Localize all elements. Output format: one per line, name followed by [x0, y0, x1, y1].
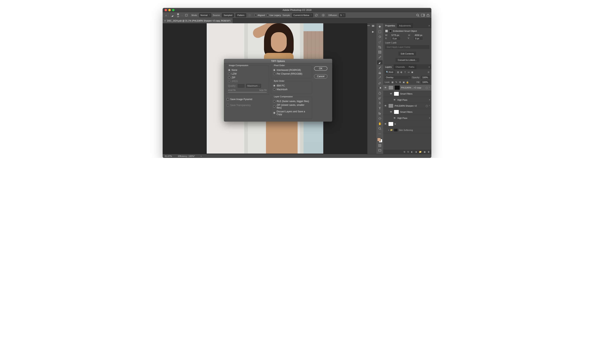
lasso-tool-icon[interactable]: [377, 35, 383, 39]
visibility-toggle-icon[interactable]: 👁: [384, 86, 387, 89]
diffusion-select[interactable]: 5: [339, 13, 345, 17]
history-panel-icon[interactable]: [371, 25, 375, 28]
layer-item[interactable]: ▸ 📁 Skin Softening: [383, 127, 431, 133]
byte-order-ibm-radio[interactable]: IBM PC: [273, 84, 310, 87]
visibility-toggle-icon[interactable]: 👁: [390, 110, 393, 113]
blend-mode-select[interactable]: Overlay: [385, 76, 411, 79]
lock-artboard-icon[interactable]: ▣: [402, 81, 405, 84]
pressure-size-icon[interactable]: [322, 13, 325, 17]
tab-properties[interactable]: Properties: [383, 23, 397, 28]
zoom-level[interactable]: 31.07%: [165, 155, 172, 157]
layer-item[interactable]: 👁 High Pass ≡: [383, 97, 431, 103]
panel-menu-icon[interactable]: ≡: [427, 23, 431, 28]
tab-layers[interactable]: Layers: [383, 65, 394, 69]
layer-compression-zip-radio[interactable]: ZIP (slower saves, smaller files): [273, 104, 310, 109]
layer-style-icon[interactable]: fx: [407, 151, 409, 153]
adjustment-layer-icon[interactable]: ◑: [415, 151, 417, 153]
layer-thumbnail[interactable]: [388, 104, 393, 108]
byte-order-mac-radio[interactable]: Macintosh: [273, 88, 310, 91]
mode-select[interactable]: Normal: [199, 13, 211, 17]
close-window-button[interactable]: [165, 9, 167, 11]
filter-shape-icon[interactable]: ▭: [407, 71, 410, 74]
visibility-toggle-icon[interactable]: 👁: [393, 98, 396, 101]
clone-stamp-tool-icon[interactable]: [377, 70, 383, 75]
move-tool-icon[interactable]: ✥: [377, 25, 383, 29]
visibility-toggle-icon[interactable]: 👁: [384, 104, 387, 107]
pen-tool-icon[interactable]: [377, 101, 383, 105]
edit-toolbar-icon[interactable]: ···: [377, 131, 383, 136]
compression-lzw-radio[interactable]: LZW: [228, 72, 267, 75]
layer-item[interactable]: 👁 High Pass ≡: [383, 115, 431, 121]
path-selection-tool-icon[interactable]: [377, 111, 383, 116]
eraser-tool-icon[interactable]: [377, 81, 383, 85]
layer-comp-select[interactable]: Don't Apply Layer Comp: [385, 45, 429, 49]
close-tab-icon[interactable]: ×: [164, 19, 166, 22]
brush-tool-icon[interactable]: [377, 65, 383, 70]
crop-tool-icon[interactable]: [377, 45, 383, 49]
x-input[interactable]: 0 px: [392, 37, 400, 40]
dodge-tool-icon[interactable]: [377, 96, 383, 100]
search-icon[interactable]: [416, 13, 419, 17]
layer-thumbnail[interactable]: [388, 122, 393, 126]
source-pattern-button[interactable]: Pattern: [236, 13, 246, 17]
tab-channels[interactable]: Channels: [394, 65, 407, 69]
visibility-toggle-icon[interactable]: 👁: [393, 117, 396, 119]
delete-layer-icon[interactable]: 🗑: [428, 151, 430, 153]
lock-pixels-icon[interactable]: ✎: [395, 81, 398, 84]
layer-thumbnail[interactable]: [388, 85, 393, 90]
lock-all-icon[interactable]: 🔒: [406, 81, 409, 84]
source-sampled-button[interactable]: Sampled: [222, 13, 234, 17]
panel-collapse-strip[interactable]: ◀◀: [367, 23, 370, 154]
brush-panel-toggle[interactable]: [185, 13, 188, 17]
healing-brush-tool-icon[interactable]: [377, 60, 383, 65]
quick-mask-icon[interactable]: [377, 143, 383, 148]
visibility-toggle-icon[interactable]: 👁: [390, 92, 393, 95]
layer-compression-discard-radio[interactable]: Discard Layers and Save a Copy: [273, 110, 310, 116]
layer-mask-thumbnail[interactable]: [395, 85, 400, 90]
layer-item[interactable]: 👁 PHLEARN Sharpen +2 ◯⌃: [383, 103, 431, 109]
ok-button[interactable]: OK: [314, 66, 327, 71]
compression-none-radio[interactable]: None: [228, 69, 267, 72]
smart-filter-icon[interactable]: ◯: [426, 105, 428, 107]
cancel-button[interactable]: Cancel: [314, 74, 327, 78]
smart-filter-icon[interactable]: ◯: [426, 87, 428, 89]
layer-item[interactable]: 👁 PHLEARN ...+2 copy ◯⌃: [383, 85, 431, 91]
gradient-tool-icon[interactable]: [377, 86, 383, 90]
filter-toggle-icon[interactable]: ⊙: [427, 71, 430, 74]
ignore-adjustment-layers-icon[interactable]: [315, 13, 318, 17]
share-icon[interactable]: [426, 13, 430, 17]
edit-contents-button[interactable]: Edit Contents: [398, 52, 416, 56]
group-mask-thumbnail[interactable]: [394, 129, 398, 131]
filter-mask-thumbnail[interactable]: [394, 91, 399, 96]
zoom-window-button[interactable]: [172, 9, 175, 11]
eyedropper-tool-icon[interactable]: [377, 55, 383, 60]
layer-item[interactable]: 👁 Smart Filters: [383, 109, 431, 115]
screen-mode-icon[interactable]: [377, 148, 383, 153]
new-layer-icon[interactable]: ▣: [424, 151, 426, 153]
lock-transparency-icon[interactable]: ▦: [391, 81, 394, 84]
color-swatches[interactable]: [377, 138, 382, 143]
frame-tool-icon[interactable]: [377, 50, 383, 54]
ellipse-tool-icon[interactable]: [377, 116, 383, 121]
workspace-switcher-icon[interactable]: [421, 13, 425, 17]
convert-to-linked-button[interactable]: Convert to Linked...: [395, 58, 419, 62]
use-legacy-checkbox[interactable]: Use Legacy: [267, 14, 281, 16]
layer-item[interactable]: 👁 h: [383, 121, 431, 127]
tool-icon-healing-brush[interactable]: [171, 13, 175, 17]
compression-zip-radio[interactable]: ZIP: [228, 76, 267, 79]
aligned-checkbox[interactable]: Aligned: [255, 14, 265, 16]
efficiency-status[interactable]: Efficiency: 100%*: [178, 155, 195, 157]
sample-select[interactable]: Current & Below: [292, 13, 313, 17]
fill-input[interactable]: 100%: [421, 81, 430, 84]
layer-compression-rle-radio[interactable]: RLE (faster saves, bigger files): [273, 100, 310, 103]
visibility-toggle-icon[interactable]: 👁: [384, 123, 387, 125]
filter-smart-icon[interactable]: ▣: [411, 71, 414, 74]
opacity-input[interactable]: 100%: [421, 76, 430, 79]
filter-mask-thumbnail[interactable]: [394, 110, 399, 114]
home-icon[interactable]: ⌂: [164, 13, 168, 17]
quick-selection-tool-icon[interactable]: [377, 40, 383, 44]
brush-preset-picker[interactable]: 28: [176, 13, 180, 18]
tab-paths[interactable]: Paths: [407, 65, 416, 69]
link-layers-icon[interactable]: ⧉: [404, 151, 405, 153]
layer-filter-kind-select[interactable]: 🔍Kind: [385, 71, 395, 74]
